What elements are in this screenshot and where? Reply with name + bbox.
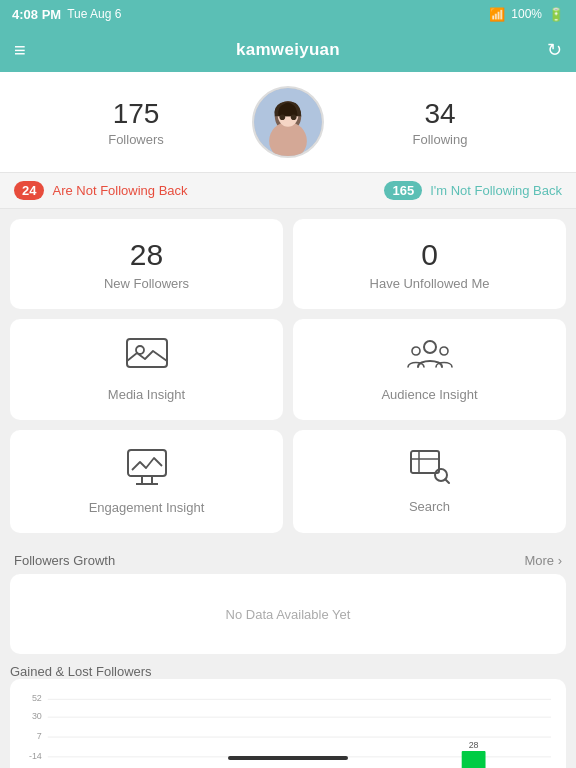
new-followers-count: 28 xyxy=(130,238,163,272)
battery-icon: 🔋 xyxy=(548,7,564,22)
status-date: Tue Aug 6 xyxy=(67,7,121,21)
status-right-icons: 📶 100% 🔋 xyxy=(489,7,564,22)
svg-text:28: 28 xyxy=(469,740,479,750)
media-insight-label: Media Insight xyxy=(108,387,185,402)
search-card[interactable]: Search xyxy=(293,430,566,533)
no-data-label: No Data Available Yet xyxy=(226,607,351,622)
following-label: Following xyxy=(324,132,556,147)
audience-insight-label: Audience Insight xyxy=(381,387,477,402)
svg-point-5 xyxy=(291,114,297,120)
header-title: kamweiyuan xyxy=(236,40,340,60)
unfollowed-card[interactable]: 0 Have Unfollowed Me xyxy=(293,219,566,309)
engagement-insight-card[interactable]: Engagement Insight xyxy=(10,430,283,533)
home-indicator xyxy=(228,756,348,760)
not-following-back-label: Are Not Following Back xyxy=(52,183,187,198)
svg-point-10 xyxy=(440,347,448,355)
svg-rect-11 xyxy=(128,450,166,476)
following-stat[interactable]: 34 Following xyxy=(324,98,556,147)
followers-stat[interactable]: 175 Followers xyxy=(20,98,252,147)
engagement-insight-icon xyxy=(124,448,170,490)
gained-lost-header: Gained & Lost Followers xyxy=(0,664,576,679)
wifi-icon: 📶 xyxy=(489,7,505,22)
gained-lost-title: Gained & Lost Followers xyxy=(10,664,152,679)
unfollowed-label: Have Unfollowed Me xyxy=(370,276,490,291)
followers-growth-header: Followers Growth More › xyxy=(0,543,576,574)
svg-text:7: 7 xyxy=(37,731,42,741)
svg-point-4 xyxy=(280,114,286,120)
battery-label: 100% xyxy=(511,7,542,21)
svg-text:52: 52 xyxy=(32,693,42,703)
new-followers-label: New Followers xyxy=(104,276,189,291)
avatar[interactable] xyxy=(252,86,324,158)
svg-rect-38 xyxy=(462,751,486,768)
followers-label: Followers xyxy=(20,132,252,147)
not-following-back-count: 24 xyxy=(14,181,44,200)
followers-growth-title: Followers Growth xyxy=(14,553,115,568)
refresh-button[interactable]: ↻ xyxy=(547,39,562,61)
not-following-me-count: 165 xyxy=(384,181,422,200)
engagement-insight-label: Engagement Insight xyxy=(89,500,205,515)
gained-lost-chart: 52 30 7 -14 -37 7/31 8/1 8/2 8/3 8/4 8/5… xyxy=(10,679,566,768)
follow-bar: 24 Are Not Following Back 165 I'm Not Fo… xyxy=(0,172,576,209)
audience-insight-card[interactable]: Audience Insight xyxy=(293,319,566,420)
header: ≡ kamweiyuan ↻ xyxy=(0,28,576,72)
status-bar: 4:08 PM Tue Aug 6 📶 100% 🔋 xyxy=(0,0,576,28)
search-label: Search xyxy=(409,499,450,514)
svg-point-2 xyxy=(269,122,307,158)
followers-growth-chart: No Data Available Yet xyxy=(10,574,566,654)
new-followers-card[interactable]: 28 New Followers xyxy=(10,219,283,309)
gained-lost-section: 52 30 7 -14 -37 7/31 8/1 8/2 8/3 8/4 8/5… xyxy=(0,679,576,768)
status-time: 4:08 PM xyxy=(12,7,61,22)
not-following-me-label: I'm Not Following Back xyxy=(430,183,562,198)
following-count: 34 xyxy=(324,98,556,130)
svg-line-19 xyxy=(445,479,449,483)
search-icon xyxy=(409,449,451,489)
profile-row: 175 Followers 34 Following xyxy=(0,72,576,172)
media-insight-icon xyxy=(125,337,169,377)
media-insight-card[interactable]: Media Insight xyxy=(10,319,283,420)
followers-growth-more[interactable]: More › xyxy=(524,553,562,568)
menu-button[interactable]: ≡ xyxy=(14,40,26,60)
audience-insight-icon xyxy=(406,337,454,377)
unfollowed-count: 0 xyxy=(421,238,438,272)
svg-text:-14: -14 xyxy=(29,751,42,761)
followers-count: 175 xyxy=(20,98,252,130)
svg-rect-6 xyxy=(127,339,167,367)
svg-rect-15 xyxy=(411,451,439,473)
svg-text:30: 30 xyxy=(32,711,42,721)
svg-point-8 xyxy=(424,341,436,353)
svg-point-9 xyxy=(412,347,420,355)
cards-grid: 28 New Followers 0 Have Unfollowed Me Me… xyxy=(0,209,576,543)
